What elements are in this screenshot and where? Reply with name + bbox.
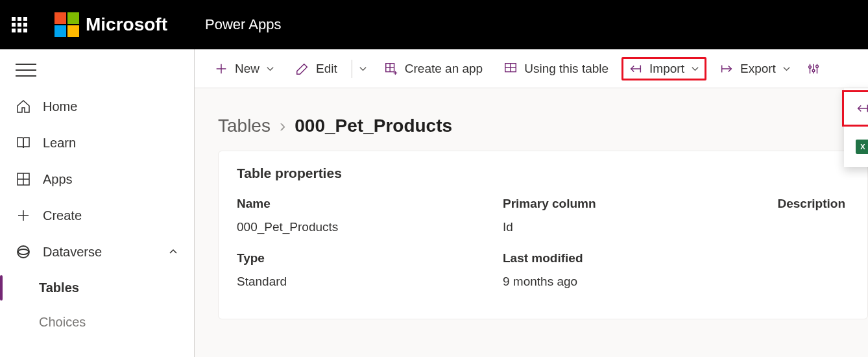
table-properties-card: Table properties Name Primary column Des… xyxy=(218,151,868,319)
home-icon xyxy=(16,99,31,114)
app-name-label: Power Apps xyxy=(205,16,281,33)
microsoft-wordmark: Microsoft xyxy=(86,14,167,35)
value-name: 000_Pet_Products xyxy=(237,220,503,246)
sidebar: Home Learn Apps Create Datavers xyxy=(0,49,195,357)
dataverse-icon xyxy=(16,244,31,260)
import-icon xyxy=(856,101,868,116)
cmd-label: Create an app xyxy=(405,62,483,76)
label-type: Type xyxy=(237,251,503,269)
import-dropdown: Import data X Import data from Excel xyxy=(844,88,868,167)
value-type: Standard xyxy=(237,275,503,301)
sidebar-label: Apps xyxy=(43,172,73,187)
table-icon xyxy=(503,62,518,76)
plus-icon xyxy=(16,208,31,223)
label-last-modified: Last modified xyxy=(503,251,769,269)
sidebar-label: Tables xyxy=(39,280,79,295)
sidebar-label: Create xyxy=(43,208,82,223)
command-bar: New Edit Create an app xyxy=(195,49,868,88)
cmd-label: Using this table xyxy=(524,62,609,76)
cmd-label: New xyxy=(235,62,259,76)
app-launcher-icon[interactable] xyxy=(12,17,27,32)
sidebar-item-learn[interactable]: Learn xyxy=(0,125,194,161)
settings-icon[interactable] xyxy=(806,62,821,76)
book-icon xyxy=(16,135,31,151)
breadcrumb-root[interactable]: Tables xyxy=(218,116,271,136)
svg-point-23 xyxy=(812,69,815,71)
sidebar-item-tables[interactable]: Tables xyxy=(0,270,194,306)
chevron-down-icon[interactable] xyxy=(359,64,367,73)
plus-icon xyxy=(214,62,228,76)
value-last-modified: 9 months ago xyxy=(503,275,769,301)
value-primary-column: Id xyxy=(503,220,769,246)
using-this-table-button[interactable]: Using this table xyxy=(496,56,616,81)
sidebar-item-apps[interactable]: Apps xyxy=(0,161,194,197)
chevron-down-icon xyxy=(782,64,791,73)
import-button[interactable]: Import xyxy=(621,57,706,80)
breadcrumb: Tables › 000_Pet_Products xyxy=(218,116,845,136)
sidebar-item-home[interactable]: Home xyxy=(0,88,194,125)
import-data-item[interactable]: Import data xyxy=(842,90,868,127)
sidebar-item-dataverse[interactable]: Dataverse xyxy=(0,234,194,270)
sidebar-label: Choices xyxy=(39,315,86,329)
create-app-button[interactable]: Create an app xyxy=(376,56,490,81)
chevron-down-icon xyxy=(691,64,699,73)
svg-point-21 xyxy=(809,66,812,68)
app-plus-icon xyxy=(384,62,398,76)
sidebar-item-choices[interactable]: Choices xyxy=(0,306,194,335)
excel-icon: X xyxy=(856,140,868,154)
grid-icon xyxy=(16,171,31,187)
microsoft-logo: Microsoft xyxy=(54,12,167,37)
sidebar-label: Dataverse xyxy=(43,245,102,260)
card-title: Table properties xyxy=(237,166,849,181)
svg-point-5 xyxy=(18,246,29,258)
pencil-icon xyxy=(295,62,309,76)
export-button[interactable]: Export xyxy=(712,56,799,81)
sidebar-label: Home xyxy=(43,99,77,114)
label-name: Name xyxy=(237,197,503,215)
new-button[interactable]: New xyxy=(206,56,282,81)
svg-point-25 xyxy=(816,65,819,68)
edit-button[interactable]: Edit xyxy=(287,56,345,81)
hamburger-icon[interactable] xyxy=(16,64,36,77)
cmd-label: Edit xyxy=(316,62,337,76)
microsoft-logo-icon xyxy=(54,12,79,37)
label-description: Description xyxy=(769,197,849,215)
import-excel-item[interactable]: X Import data from Excel xyxy=(844,130,868,163)
breadcrumb-current: 000_Pet_Products xyxy=(295,116,452,136)
cmd-label: Import xyxy=(649,62,684,76)
divider xyxy=(352,60,352,78)
label-primary-column: Primary column xyxy=(503,197,769,215)
main-content: New Edit Create an app xyxy=(195,49,868,357)
export-icon xyxy=(719,62,734,76)
cmd-label: Export xyxy=(740,62,776,76)
top-header: Microsoft Power Apps xyxy=(0,0,868,49)
sidebar-label: Learn xyxy=(43,136,76,151)
chevron-down-icon xyxy=(266,64,274,73)
import-icon xyxy=(629,62,643,76)
sidebar-item-create[interactable]: Create xyxy=(0,197,194,234)
chevron-up-icon xyxy=(168,247,178,257)
chevron-right-icon: › xyxy=(280,116,285,136)
